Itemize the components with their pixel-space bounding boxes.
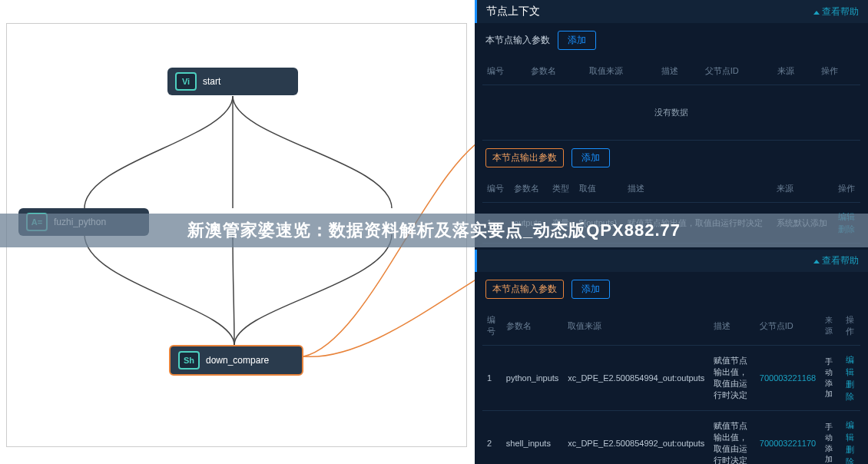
caret-up-icon	[813, 260, 820, 263]
sh-icon: Sh	[178, 351, 200, 370]
caret-up-icon	[813, 11, 820, 15]
panel-title-2	[486, 255, 489, 267]
node-start[interactable]: Vi start	[167, 68, 298, 95]
col-name: 参数名	[526, 58, 585, 85]
cell-idx: 1	[482, 346, 502, 411]
cell-src: 手动添加	[820, 411, 841, 465]
add-input-button-2[interactable]: 添加	[571, 280, 610, 299]
node-label: down_compare	[206, 355, 269, 366]
col: 描述	[709, 307, 754, 346]
panel-title: 节点上下文	[486, 5, 540, 18]
help-link[interactable]: 查看帮助	[813, 254, 859, 267]
col: 操作	[841, 307, 860, 346]
add-output-button[interactable]: 添加	[571, 148, 610, 167]
empty-state: 没有数据	[482, 85, 860, 141]
cell-name: python_inputs	[502, 346, 564, 411]
section-label-highlighted: 本节点输出参数	[485, 148, 564, 167]
delete-link[interactable]: 删除	[846, 443, 856, 464]
col: 类型	[548, 175, 575, 203]
col: 来源	[772, 175, 833, 203]
panel-header-2: 查看帮助	[475, 250, 868, 272]
cell-ops: 编辑删除	[841, 411, 860, 465]
input-params-table-2: 编号 参数名 取值来源 描述 父节点ID 来源 操作 1python_input…	[482, 307, 860, 464]
cell-val: xc_DPE_E2.500854994_out:outputs	[563, 346, 709, 411]
col: 父节点ID	[755, 307, 820, 346]
col: 来源	[820, 307, 841, 346]
cell-desc: 赋值节点输出值，取值由运行时决定	[709, 346, 754, 411]
cell-name: shell_inputs	[502, 411, 564, 465]
add-input-button[interactable]: 添加	[558, 31, 596, 50]
input-params-section-2: 本节点输入参数 添加	[475, 272, 868, 307]
col-src: 取值来源	[585, 58, 657, 85]
col: 描述	[623, 175, 772, 203]
output-params-section: 本节点输出参数 添加	[475, 141, 868, 175]
section-label: 本节点输入参数	[485, 34, 550, 47]
delete-link[interactable]: 删除	[846, 378, 856, 403]
col: 取值	[575, 175, 623, 203]
input-params-table: 编号 参数名 取值来源 描述 父节点ID 来源 操作 没有数据	[482, 58, 860, 141]
node-label: start	[203, 76, 220, 87]
edit-link[interactable]: 编辑	[846, 353, 856, 378]
edit-link[interactable]: 编辑	[846, 419, 856, 443]
col: 编号	[482, 307, 502, 346]
panel-header-context: 节点上下文 查看帮助	[475, 0, 868, 23]
table-row[interactable]: 2shell_inputsxc_DPE_E2.500854992_out:out…	[482, 411, 860, 465]
section-label-highlighted: 本节点输入参数	[485, 280, 564, 299]
col: 操作	[833, 175, 860, 203]
cell-val: xc_DPE_E2.500854992_out:outputs	[563, 411, 709, 465]
watermark-overlay: 新澳管家婆速览：数据资料解析及落实要点_动态版QPX882.77	[0, 214, 868, 247]
col-pid: 父节点ID	[701, 58, 773, 85]
col-desc: 描述	[657, 58, 701, 85]
cell-pid[interactable]: 700003221168	[755, 346, 820, 411]
col: 取值来源	[563, 307, 709, 346]
col-idx: 编号	[482, 58, 526, 85]
col-ops: 操作	[817, 58, 860, 85]
node-down-compare[interactable]: Sh down_compare	[169, 345, 303, 376]
cell-ops: 编辑删除	[841, 346, 860, 411]
col-from: 来源	[773, 58, 817, 85]
cell-idx: 2	[482, 411, 502, 465]
cell-pid[interactable]: 700003221170	[755, 411, 820, 465]
input-params-section: 本节点输入参数 添加	[475, 23, 868, 58]
col: 参数名	[502, 307, 564, 346]
col: 参数名	[509, 175, 548, 203]
watermark-text: 新澳管家婆速览：数据资料解析及落实要点_动态版QPX882.77	[187, 219, 681, 242]
col: 编号	[482, 175, 509, 203]
help-link[interactable]: 查看帮助	[813, 5, 859, 18]
table-row[interactable]: 1python_inputsxc_DPE_E2.500854994_out:ou…	[482, 346, 860, 411]
vi-icon: Vi	[175, 72, 197, 91]
cell-src: 手动添加	[820, 346, 841, 411]
cell-desc: 赋值节点输出值，取值由运行时决定	[709, 411, 754, 465]
